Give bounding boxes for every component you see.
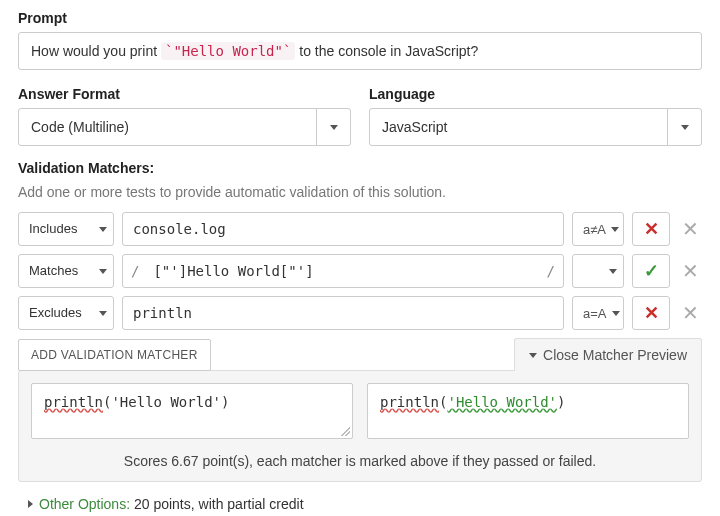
answer-format-select[interactable]: Code (Multiline) (18, 108, 351, 146)
remove-matcher-button[interactable]: ✕ (678, 212, 702, 246)
matcher-value-input[interactable]: println (123, 297, 563, 329)
prompt-label: Prompt (18, 10, 702, 26)
matcher-input-wrap: / ["']Hello World["'] / (122, 254, 564, 288)
preview-right-str: 'Hello World' (447, 394, 557, 410)
language-label: Language (369, 86, 702, 102)
chevron-down-icon (316, 109, 350, 145)
preview-toggle-label: Close Matcher Preview (543, 347, 687, 363)
close-icon: ✕ (682, 259, 699, 283)
preview-left-fn: println (44, 394, 103, 410)
remove-matcher-button[interactable]: ✕ (678, 254, 702, 288)
matcher-input-wrap: println (122, 296, 564, 330)
matcher-value-input[interactable]: ["']Hello World["'] (143, 255, 542, 287)
matcher-type-select[interactable]: Includes (18, 212, 114, 246)
matcher-flag-select[interactable] (572, 254, 624, 288)
preview-score-text: Scores 6.67 point(s), each matcher is ma… (31, 453, 689, 469)
chevron-down-icon (93, 255, 113, 287)
chevron-down-icon (93, 213, 113, 245)
matcher-type-label: Matches (19, 255, 93, 287)
matcher-row: Includes console.log a≠A ✕ ✕ (18, 212, 702, 246)
check-icon: ✓ (644, 262, 659, 280)
prompt-input[interactable]: How would you print `"Hello World"` to t… (18, 32, 702, 70)
other-options-toggle[interactable]: Other Options: 20 points, with partial c… (28, 496, 702, 512)
chevron-down-icon (612, 311, 620, 316)
regex-slash-open: / (123, 255, 143, 287)
matcher-result-fail: ✕ (632, 296, 670, 330)
matcher-flag-select[interactable]: a=A (572, 296, 624, 330)
language-select[interactable]: JavaScript (369, 108, 702, 146)
close-icon: ✕ (682, 301, 699, 325)
chevron-down-icon (529, 353, 537, 358)
other-options-text: 20 points, with partial credit (130, 496, 304, 512)
x-icon: ✕ (644, 220, 659, 238)
validation-helper-text: Add one or more tests to provide automat… (18, 184, 702, 200)
preview-right-fn: println (380, 394, 439, 410)
matcher-value-input[interactable]: console.log (123, 213, 563, 245)
matcher-row: Matches / ["']Hello World["'] / ✓ ✕ (18, 254, 702, 288)
regex-slash-close: / (543, 255, 563, 287)
matcher-input-wrap: console.log (122, 212, 564, 246)
remove-matcher-button[interactable]: ✕ (678, 296, 702, 330)
close-icon: ✕ (682, 217, 699, 241)
validation-matchers-label: Validation Matchers: (18, 160, 702, 176)
matcher-flag-value: a=A (583, 306, 607, 321)
matcher-flag-value: a≠A (583, 222, 606, 237)
chevron-down-icon (667, 109, 701, 145)
add-validation-matcher-button[interactable]: Add Validation Matcher (18, 339, 211, 371)
answer-format-value: Code (Multiline) (19, 109, 316, 145)
chevron-down-icon (609, 269, 617, 274)
prompt-text-after: to the console in JavaScript? (295, 43, 478, 59)
matcher-preview-panel: println('Hello World') println('Hello Wo… (18, 370, 702, 482)
matcher-type-select[interactable]: Matches (18, 254, 114, 288)
language-value: JavaScript (370, 109, 667, 145)
chevron-down-icon (93, 297, 113, 329)
matcher-row: Excludes println a=A ✕ ✕ (18, 296, 702, 330)
close-matcher-preview-toggle[interactable]: Close Matcher Preview (514, 338, 702, 371)
matcher-type-label: Excludes (19, 297, 93, 329)
answer-format-label: Answer Format (18, 86, 351, 102)
prompt-code: `"Hello World"` (161, 42, 295, 60)
other-options-label: Other Options: (39, 496, 130, 512)
matcher-type-label: Includes (19, 213, 93, 245)
matcher-result-fail: ✕ (632, 212, 670, 246)
chevron-right-icon (28, 500, 33, 508)
preview-right-paren-close: ) (557, 394, 565, 410)
matcher-type-select[interactable]: Excludes (18, 296, 114, 330)
matcher-result-pass: ✓ (632, 254, 670, 288)
preview-left-arg: ('Hello World') (103, 394, 229, 410)
preview-code-left[interactable]: println('Hello World') (31, 383, 353, 439)
matcher-flag-select[interactable]: a≠A (572, 212, 624, 246)
chevron-down-icon (611, 227, 619, 232)
preview-code-right: println('Hello World') (367, 383, 689, 439)
prompt-text-before: How would you print (31, 43, 161, 59)
x-icon: ✕ (644, 304, 659, 322)
